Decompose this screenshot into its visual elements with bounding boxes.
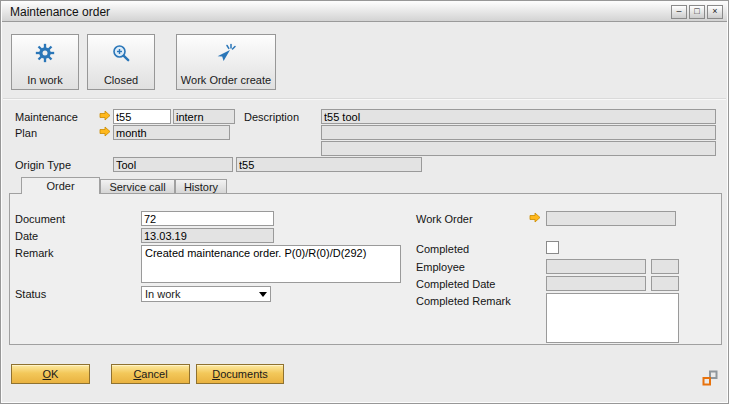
completed-remark-textarea[interactable] — [546, 293, 679, 343]
maintenance-label: Maintenance — [15, 111, 78, 123]
completed-date-label: Completed Date — [416, 278, 496, 290]
maximize-icon: □ — [694, 7, 699, 16]
employee-extra-field — [651, 259, 679, 274]
status-dropdown[interactable]: In work — [141, 286, 271, 302]
tab-history[interactable]: History — [175, 179, 227, 194]
tab-order[interactable]: Order — [21, 177, 100, 194]
origin-value-field — [236, 157, 422, 172]
document-input[interactable] — [141, 211, 274, 226]
in-work-label: In work — [27, 74, 62, 89]
origin-type-field — [113, 157, 233, 172]
cancel-button[interactable]: Cancel — [111, 364, 190, 384]
description-row2-field — [321, 125, 716, 140]
resize-grip-icon[interactable] — [702, 370, 718, 386]
plan-field — [113, 125, 230, 140]
completed-checkbox[interactable] — [546, 241, 559, 254]
employee-field — [546, 259, 646, 274]
document-label: Document — [15, 213, 65, 225]
completed-date-extra-field — [651, 276, 679, 291]
plan-label: Plan — [15, 127, 37, 139]
work-order-field — [546, 211, 676, 226]
work-order-label: Work Order — [416, 213, 473, 225]
work-order-create-icon — [215, 41, 237, 65]
remark-label: Remark — [15, 247, 54, 259]
maintenance-category-field — [173, 109, 235, 124]
completed-remark-label: Completed Remark — [416, 295, 511, 307]
close-icon: × — [712, 7, 717, 16]
magnifier-plus-icon — [111, 41, 131, 65]
minimize-button[interactable]: – — [671, 5, 687, 19]
maintenance-link-arrow-icon[interactable] — [99, 110, 111, 121]
tab-service-call[interactable]: Service call — [100, 179, 175, 194]
description-row3-field — [321, 141, 716, 156]
closed-button[interactable]: Closed — [87, 34, 155, 90]
description-label: Description — [244, 111, 299, 123]
maintenance-order-window: Maintenance order – □ × In work — [0, 0, 729, 404]
close-button[interactable]: × — [707, 5, 723, 19]
status-label: Status — [15, 288, 46, 300]
window-title: Maintenance order — [10, 5, 110, 19]
date-label: Date — [15, 230, 38, 242]
remark-textarea[interactable]: Created maintenance order. P(0)/R(0)/D(2… — [141, 245, 401, 283]
maintenance-input[interactable] — [113, 109, 171, 124]
work-order-create-label: Work Order create — [181, 74, 271, 89]
employee-label: Employee — [416, 261, 465, 273]
documents-button[interactable]: Documents — [196, 364, 284, 384]
maximize-button[interactable]: □ — [689, 5, 705, 19]
chevron-down-icon — [259, 292, 267, 297]
completed-date-field — [546, 276, 646, 291]
description-field — [321, 109, 716, 124]
date-field — [141, 228, 274, 243]
status-value: In work — [145, 288, 180, 300]
completed-label: Completed — [416, 243, 469, 255]
origin-type-label: Origin Type — [15, 159, 71, 171]
toolbar-separator — [3, 98, 726, 100]
ok-button[interactable]: OK — [11, 364, 90, 384]
work-order-create-button[interactable]: Work Order create — [176, 34, 276, 90]
work-order-link-arrow-icon[interactable] — [529, 212, 541, 223]
minimize-icon: – — [676, 7, 681, 16]
gear-icon — [35, 41, 55, 65]
window-controls: – □ × — [671, 5, 723, 19]
closed-label: Closed — [104, 74, 138, 89]
title-bar[interactable]: Maintenance order – □ × — [2, 2, 727, 22]
plan-link-arrow-icon[interactable] — [99, 126, 111, 137]
in-work-button[interactable]: In work — [11, 34, 79, 90]
